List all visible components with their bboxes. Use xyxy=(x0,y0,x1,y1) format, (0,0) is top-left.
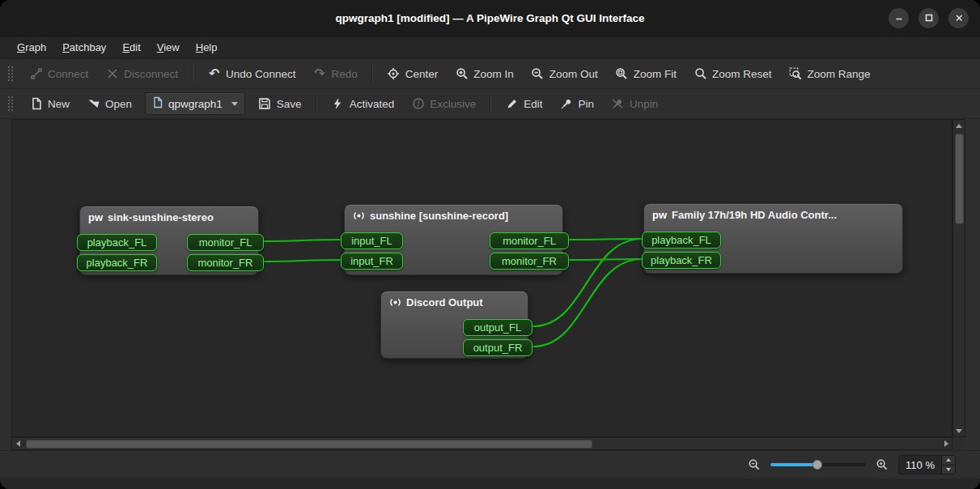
edit-button[interactable]: Edit xyxy=(498,93,549,115)
titlebar: qpwgraph1 [modified] — A PipeWire Graph … xyxy=(0,0,980,36)
node-title: sink-sunshine-stereo xyxy=(108,211,214,223)
menu-edit[interactable]: Edit xyxy=(115,39,147,56)
edit-label: Edit xyxy=(524,98,542,110)
minimize-icon xyxy=(893,12,905,23)
unpin-label: Unpin xyxy=(630,98,658,110)
arrow-up-icon xyxy=(956,124,962,128)
zoom-fit-button[interactable]: Zoom Fit xyxy=(608,63,684,85)
menubar: Graph Patchbay Edit View Help xyxy=(0,36,980,59)
vertical-scrollbar[interactable] xyxy=(952,119,965,437)
activated-button[interactable]: Activated xyxy=(324,93,402,115)
save-button[interactable]: Save xyxy=(251,93,309,115)
new-button[interactable]: New xyxy=(22,93,77,115)
port-input-fl[interactable]: input_FL xyxy=(341,232,403,249)
pin-button[interactable]: Pin xyxy=(552,93,601,115)
menu-graph[interactable]: Graph xyxy=(10,39,53,56)
redo-button[interactable]: ↷ Redo xyxy=(305,63,364,85)
zoom-reset-button[interactable]: Zoom Reset xyxy=(686,63,779,85)
port-playback-fl[interactable]: playback_FL xyxy=(77,234,157,251)
port-monitor-fr[interactable]: monitor_FR xyxy=(187,254,264,271)
zoom-out-icon[interactable] xyxy=(748,458,761,471)
unpin-button[interactable]: Unpin xyxy=(604,93,665,115)
app-window: qpwgraph1 [modified] — A PipeWire Graph … xyxy=(0,0,980,489)
exclusive-icon: f xyxy=(411,97,425,111)
pencil-icon xyxy=(505,97,519,111)
scroll-right-button[interactable] xyxy=(940,438,952,449)
disconnect-icon xyxy=(105,67,119,81)
connect-button[interactable]: Connect xyxy=(22,63,95,85)
open-folder-icon xyxy=(87,97,100,111)
port-monitor-fl[interactable]: monitor_FL xyxy=(187,234,264,251)
menu-patchbay[interactable]: Patchbay xyxy=(55,39,113,56)
zoom-slider[interactable] xyxy=(770,458,866,471)
zoom-value[interactable]: 110 % xyxy=(899,456,941,474)
redo-icon: ↷ xyxy=(312,67,326,81)
toolbar-drag-handle[interactable] xyxy=(7,96,14,112)
scroll-down-button[interactable] xyxy=(953,425,965,436)
zoom-in-button[interactable]: Zoom In xyxy=(448,63,521,85)
arrow-up-icon xyxy=(946,458,951,461)
port-monitor-fr[interactable]: monitor_FR xyxy=(490,253,569,270)
zoom-out-icon xyxy=(531,67,545,81)
toolbar-drag-handle[interactable] xyxy=(7,66,14,82)
node-sink-sunshine-stereo[interactable]: pw sink-sunshine-stereo playback_FL play… xyxy=(79,206,259,275)
pipewire-icon: pw xyxy=(88,212,103,223)
zoom-in-icon[interactable] xyxy=(876,458,889,471)
svg-text:f: f xyxy=(417,100,420,108)
port-playback-fr[interactable]: playback_FR xyxy=(642,252,721,269)
close-button[interactable] xyxy=(948,8,969,28)
port-input-fr[interactable]: input_FR xyxy=(341,253,403,270)
window-title: qpwgraph1 [modified] — A PipeWire Graph … xyxy=(335,12,644,24)
scroll-up-button[interactable] xyxy=(953,120,965,131)
save-label: Save xyxy=(277,98,302,110)
center-button[interactable]: Center xyxy=(380,63,446,85)
patchbay-select[interactable]: qpwgraph1 xyxy=(145,92,245,115)
port-playback-fl[interactable]: playback_FL xyxy=(642,232,721,249)
horizontal-scrollbar[interactable] xyxy=(11,437,952,450)
port-playback-fr[interactable]: playback_FR xyxy=(77,254,157,271)
graph-canvas[interactable]: pw sink-sunshine-stereo playback_FL play… xyxy=(11,119,952,437)
port-output-fl[interactable]: output_FL xyxy=(463,319,532,336)
spin-arrows xyxy=(941,456,955,474)
graph-canvas-frame: pw sink-sunshine-stereo playback_FL play… xyxy=(11,119,965,450)
zoom-slider-handle[interactable] xyxy=(812,460,822,470)
vertical-scroll-thumb[interactable] xyxy=(955,134,964,224)
arrow-down-icon xyxy=(946,468,951,471)
arrow-down-icon xyxy=(956,429,962,433)
menu-view[interactable]: View xyxy=(150,39,187,56)
node-title: Discord Output xyxy=(406,296,483,308)
open-button[interactable]: Open xyxy=(79,93,139,115)
zoom-out-button[interactable]: Zoom Out xyxy=(524,63,605,85)
undo-connect-label: Undo Connect xyxy=(226,68,295,80)
zoom-in-icon xyxy=(455,67,469,81)
spin-up-button[interactable] xyxy=(942,456,955,465)
port-monitor-fl[interactable]: monitor_FL xyxy=(490,232,569,249)
node-sunshine-record[interactable]: sunshine [sunshine-record] input_FL inpu… xyxy=(344,204,563,275)
exclusive-button[interactable]: f Exclusive xyxy=(404,93,483,115)
arrow-left-icon xyxy=(16,440,20,447)
unpin-icon xyxy=(611,97,625,111)
node-family-hd-audio[interactable]: pw Family 17h/19h HD Audio Contr... play… xyxy=(643,203,903,274)
node-discord-output[interactable]: Discord Output output_FL output_FR xyxy=(380,291,528,359)
undo-connect-button[interactable]: ↶ Undo Connect xyxy=(200,63,303,85)
connection-sink-to-sunshine-fl[interactable] xyxy=(265,240,340,241)
zoom-spinbox[interactable]: 110 % xyxy=(898,455,956,474)
scroll-left-button[interactable] xyxy=(12,438,23,449)
port-output-fr[interactable]: output_FR xyxy=(463,339,532,356)
node-header: sunshine [sunshine-record] xyxy=(345,205,562,224)
toolbar-separator xyxy=(490,95,491,113)
window-controls xyxy=(889,0,969,36)
minimize-button[interactable] xyxy=(889,8,909,28)
stream-icon xyxy=(389,296,401,308)
horizontal-scroll-thumb[interactable] xyxy=(26,440,592,449)
disconnect-label: Disconnect xyxy=(124,68,178,80)
maximize-button[interactable] xyxy=(918,8,939,28)
disconnect-button[interactable]: Disconnect xyxy=(98,63,185,85)
spin-down-button[interactable] xyxy=(942,465,955,474)
menu-help[interactable]: Help xyxy=(189,39,225,56)
connection-sink-to-sunshine-fr[interactable] xyxy=(265,260,340,262)
zoom-fit-icon xyxy=(615,67,629,81)
zoom-out-label: Zoom Out xyxy=(549,68,598,80)
toolbar-separator xyxy=(371,65,373,83)
zoom-range-button[interactable]: Zoom Range xyxy=(782,63,878,85)
